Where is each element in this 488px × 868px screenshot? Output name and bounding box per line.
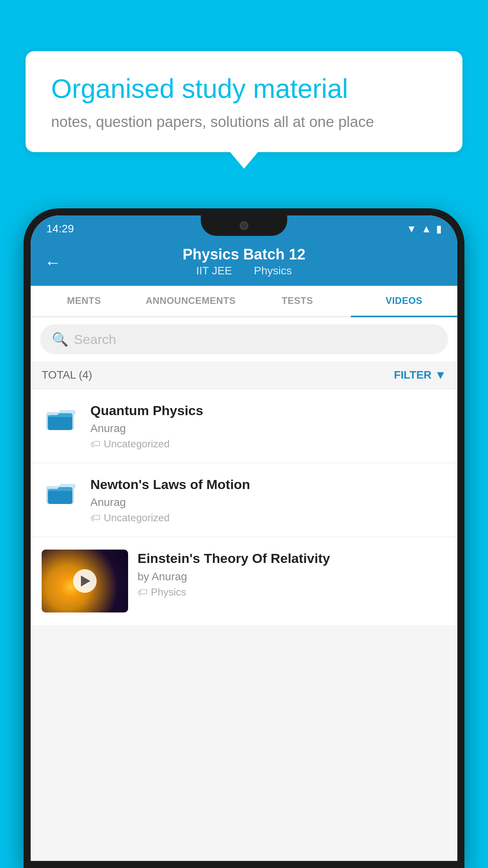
speech-bubble-section: Organised study material notes, question…	[26, 51, 462, 152]
tab-videos[interactable]: VIDEOS	[351, 286, 458, 317]
video-tag: 🏷 Uncategorized	[90, 512, 446, 524]
video-tag: 🏷 Physics	[138, 586, 446, 598]
tab-tests[interactable]: TESTS	[244, 286, 351, 316]
list-item[interactable]: Quantum Physics Anurag 🏷 Uncategorized	[31, 389, 457, 463]
video-thumbnail	[42, 550, 128, 612]
svg-rect-3	[48, 489, 72, 504]
folder-icon	[46, 478, 77, 506]
filter-funnel-icon: ▼	[435, 368, 446, 382]
folder-icon-wrap	[42, 402, 81, 432]
camera-dot	[240, 221, 248, 230]
play-triangle-icon	[81, 576, 90, 587]
phone-notch	[201, 215, 287, 236]
play-button[interactable]	[73, 569, 97, 593]
search-icon: 🔍	[52, 331, 68, 347]
video-list: Quantum Physics Anurag 🏷 Uncategorized	[31, 389, 457, 625]
svg-rect-1	[48, 415, 72, 430]
video-title: Einstein's Theory Of Relativity	[138, 550, 446, 567]
tag-icon: 🏷	[138, 586, 148, 598]
folder-icon	[46, 404, 77, 432]
video-info: Einstein's Theory Of Relativity by Anura…	[138, 550, 446, 598]
bubble-title: Organised study material	[51, 73, 437, 105]
tag-icon: 🏷	[90, 512, 101, 524]
status-icons: ▼ ▲ ▮	[407, 223, 442, 235]
search-box[interactable]: 🔍 Search	[40, 324, 448, 354]
list-item[interactable]: Einstein's Theory Of Relativity by Anura…	[31, 537, 457, 625]
filter-bar: TOTAL (4) FILTER ▼	[31, 361, 457, 389]
phone-screen: 14:29 ▼ ▲ ▮ ← Physics Batch 12 IIT JEE P…	[31, 215, 457, 861]
search-container: 🔍 Search	[31, 317, 457, 361]
tab-ments[interactable]: MENTS	[31, 286, 138, 316]
tag-label: Uncategorized	[104, 512, 170, 524]
speech-bubble: Organised study material notes, question…	[26, 51, 462, 152]
video-info: Quantum Physics Anurag 🏷 Uncategorized	[90, 402, 446, 450]
bubble-subtitle: notes, question papers, solutions all at…	[51, 114, 437, 131]
video-tag: 🏷 Uncategorized	[90, 438, 446, 450]
filter-label: FILTER	[394, 369, 431, 381]
back-button[interactable]: ←	[44, 253, 61, 272]
tag-label: Physics	[151, 586, 186, 598]
tabs-bar: MENTS ANNOUNCEMENTS TESTS VIDEOS	[31, 286, 457, 317]
search-placeholder: Search	[74, 332, 116, 347]
tab-announcements[interactable]: ANNOUNCEMENTS	[138, 286, 244, 316]
video-info: Newton's Laws of Motion Anurag 🏷 Uncateg…	[90, 476, 446, 524]
header-subtitle: IIT JEE Physics	[46, 265, 442, 277]
battery-icon: ▮	[436, 223, 442, 235]
wifi-icon: ▼	[407, 223, 417, 235]
tag-icon: 🏷	[90, 438, 101, 450]
subtitle-physics: Physics	[254, 265, 292, 277]
video-title: Newton's Laws of Motion	[90, 476, 446, 493]
app-header: ← Physics Batch 12 IIT JEE Physics	[31, 239, 457, 286]
phone-frame: 14:29 ▼ ▲ ▮ ← Physics Batch 12 IIT JEE P…	[24, 208, 464, 868]
header-title: Physics Batch 12	[46, 246, 442, 263]
folder-icon-wrap	[42, 476, 81, 506]
video-author: Anurag	[90, 422, 446, 435]
video-title: Quantum Physics	[90, 402, 446, 419]
filter-button[interactable]: FILTER ▼	[394, 368, 446, 382]
tag-label: Uncategorized	[104, 438, 170, 450]
subtitle-iitjee: IIT JEE	[196, 265, 232, 277]
status-time: 14:29	[46, 223, 74, 235]
video-author: Anurag	[90, 496, 446, 509]
video-author: by Anurag	[138, 570, 446, 583]
signal-icon: ▲	[421, 223, 431, 235]
list-item[interactable]: Newton's Laws of Motion Anurag 🏷 Uncateg…	[31, 463, 457, 537]
total-count: TOTAL (4)	[42, 369, 92, 381]
